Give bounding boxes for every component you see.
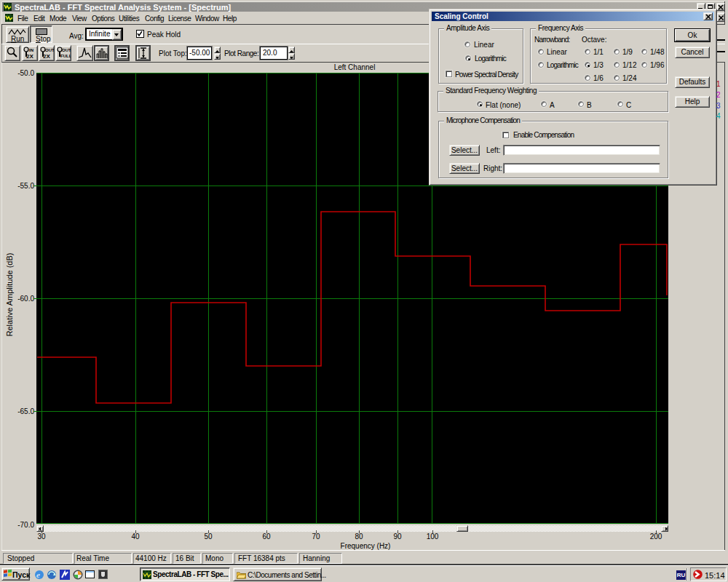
svg-text:IN: IN [29, 48, 33, 52]
svg-text:OUT: OUT [45, 48, 54, 52]
svg-text:e: e [36, 570, 40, 579]
svg-text:OUT: OUT [62, 48, 71, 52]
svg-text:FULL: FULL [60, 54, 71, 58]
svg-text:2X: 2X [43, 53, 50, 60]
svg-text:2X: 2X [26, 53, 33, 60]
